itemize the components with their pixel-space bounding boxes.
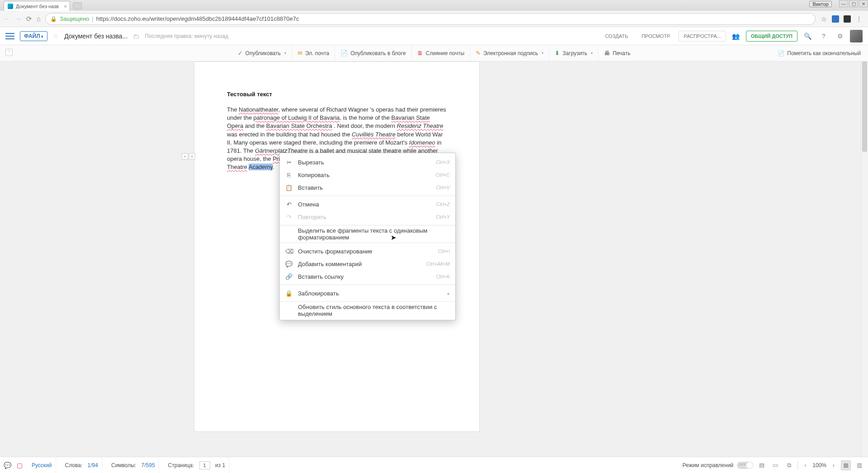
download-icon: ⬇ <box>555 50 560 56</box>
blog-button[interactable]: 📄Опубликовать в блоге <box>335 45 411 61</box>
status-bar: 💬 ▢ Русский Слова: 1/94 Символы: 7/595 С… <box>0 457 868 473</box>
file-menu-button[interactable]: ФАЙЛ <box>20 31 47 41</box>
avatar[interactable] <box>850 30 863 42</box>
page-indicator[interactable]: Страница: 1 из 1 <box>165 457 230 473</box>
tab-favicon <box>8 4 13 9</box>
ctx-add-comment[interactable]: 💬Добавить комментарийCtrl+Alt+M <box>280 258 455 270</box>
browser-tab-strip: Документ без назв × Виктор — ▢ ✕ <box>0 0 868 11</box>
scrollbar-thumb[interactable] <box>862 61 867 152</box>
ctx-clear-formatting[interactable]: ⌫Очистить форматированиеCtrl+\ <box>280 245 455 258</box>
ctx-copy[interactable]: ⎘КопироватьCtrl+C <box>280 169 455 181</box>
zoom-out-icon[interactable]: ‹ <box>802 460 809 470</box>
distribute-button[interactable]: РАСПРОСТРА... <box>679 31 726 42</box>
back-icon[interactable]: ← <box>4 15 10 23</box>
add-block-icon[interactable]: + <box>182 153 188 159</box>
char-count[interactable]: Символы: 7/595 <box>108 457 159 473</box>
scissors-icon: ✂ <box>285 159 292 166</box>
sb-page-icon[interactable]: ▭ <box>770 460 780 470</box>
mailmerge-button[interactable]: 🗎Слияние почты <box>412 45 471 61</box>
email-icon: ✉ <box>297 50 302 56</box>
browser-tab[interactable]: Документ без назв × <box>4 1 70 11</box>
copy-icon: ⎘ <box>285 172 292 178</box>
ctx-select-same-formatting[interactable]: Выделить все фрагменты текста с одинаков… <box>280 227 455 241</box>
pen-icon: ✎ <box>476 50 481 56</box>
track-changes-toggle[interactable]: OFF <box>737 462 753 469</box>
paragraph-handles: + ≡ <box>182 153 195 159</box>
home-icon[interactable]: ⌂ <box>37 15 41 23</box>
zoom-in-icon[interactable]: › <box>830 460 837 470</box>
publish-icon: ✓ <box>238 50 243 56</box>
ctx-cut[interactable]: ✂ВырезатьCtrl+X <box>280 156 455 169</box>
view-mode-2-icon[interactable]: ▥ <box>854 460 864 470</box>
mark-final-button[interactable]: 📄 Пометить как окончательный <box>778 50 861 56</box>
forward-icon[interactable]: → <box>15 15 22 23</box>
collab-icon[interactable]: 👥 <box>730 30 742 42</box>
app-bar: ФАЙЛ ☆ Документ без назва... 🗀 Последняя… <box>0 27 868 45</box>
gear-icon[interactable]: ⚙ <box>834 30 846 42</box>
ctx-redo: ↷ПовторятьCtrl+Y <box>280 211 455 223</box>
share-button[interactable]: ОБЩИЙ ДОСТУП <box>746 31 797 42</box>
address-bar: ← → ⟳ ⌂ 🔒 Защищено | https://docs.zoho.e… <box>0 11 868 27</box>
email-button[interactable]: ✉Эл. почта <box>292 45 335 61</box>
download-button[interactable]: ⬇Загрузить▾ <box>549 45 599 61</box>
secondary-toolbar: ˄ ✓Опубликовать▾ ✉Эл. почта 📄Опубликоват… <box>0 45 868 61</box>
collapse-toolbar-icon[interactable]: ˄ <box>5 49 13 56</box>
sb-dual-icon[interactable]: ⧉ <box>784 460 794 470</box>
close-window-icon[interactable]: ✕ <box>859 0 868 7</box>
word-count[interactable]: Слова: 1/94 <box>61 457 102 473</box>
chevron-right-icon: ▸ <box>448 291 450 296</box>
lock-icon: 🔒 <box>285 290 292 297</box>
new-tab-button[interactable] <box>73 2 82 9</box>
spellcheck-icon[interactable]: ▢ <box>17 462 23 469</box>
mark-final-icon: 📄 <box>778 50 784 56</box>
minimize-icon[interactable]: — <box>839 0 848 7</box>
doc-heading[interactable]: Тестовый текст <box>227 91 447 98</box>
ctx-update-style[interactable]: Обновить стиль основного текста в соотве… <box>280 304 455 317</box>
link-icon: 🔗 <box>285 273 292 280</box>
zoom-value[interactable]: 100% <box>812 462 826 468</box>
address-bar-right: ☆ ⋮ <box>820 15 864 23</box>
ctx-lock[interactable]: 🔒Заблокировать▸ <box>280 287 455 300</box>
chat-icon[interactable]: 💬 <box>4 462 11 469</box>
tab-close-icon[interactable]: × <box>64 1 67 11</box>
ctx-paste[interactable]: 📋ВставитьCtrl+V <box>280 181 455 194</box>
print-button[interactable]: 🖶Печать <box>599 45 636 61</box>
language-selector[interactable]: Русский <box>28 457 56 473</box>
tab-title: Документ без назв <box>16 1 59 11</box>
nav-buttons: ← → ⟳ ⌂ <box>4 15 41 23</box>
url-box[interactable]: 🔒 Защищено | https://docs.zoho.eu/writer… <box>45 13 816 25</box>
folder-icon[interactable]: 🗀 <box>133 33 139 40</box>
vertical-scrollbar[interactable] <box>861 61 868 457</box>
document-title[interactable]: Документ без назва... <box>64 33 127 40</box>
eraser-icon: ⌫ <box>285 248 292 255</box>
page-input[interactable]: 1 <box>199 461 210 469</box>
bookmark-star-icon[interactable]: ☆ <box>820 15 827 23</box>
help-icon[interactable]: ? <box>817 30 830 42</box>
hamburger-menu-icon[interactable] <box>5 33 14 39</box>
ctx-undo[interactable]: ↶ОтменаCtrl+Z <box>280 198 455 211</box>
context-menu: ✂ВырезатьCtrl+X ⎘КопироватьCtrl+C 📋Встав… <box>279 153 456 320</box>
print-icon: 🖶 <box>604 50 610 56</box>
browser-profile-chip[interactable]: Виктор <box>809 1 832 7</box>
favorite-star-icon[interactable]: ☆ <box>53 33 59 40</box>
publish-button[interactable]: ✓Опубликовать▾ <box>232 45 292 61</box>
maximize-icon[interactable]: ▢ <box>849 0 858 7</box>
extension-icon-2[interactable] <box>844 15 851 23</box>
window-controls: — ▢ ✕ <box>838 0 868 7</box>
browser-menu-icon[interactable]: ⋮ <box>855 15 863 23</box>
esign-button[interactable]: ✎Электронная подпись▾ <box>470 45 549 61</box>
search-icon[interactable]: 🔍 <box>801 30 814 42</box>
view-mode-1-icon[interactable]: ▦ <box>841 460 851 470</box>
block-menu-icon[interactable]: ≡ <box>189 153 195 159</box>
blog-icon: 📄 <box>340 50 348 56</box>
extension-icon-1[interactable] <box>832 15 839 23</box>
ctx-insert-link[interactable]: 🔗Вставить ссылкуCtrl+K <box>280 270 455 283</box>
reload-icon[interactable]: ⟳ <box>26 15 32 23</box>
preview-button[interactable]: ПРОСМОТР <box>637 31 675 42</box>
url-separator: | <box>92 15 93 22</box>
create-button[interactable]: СОЗДАТЬ <box>600 31 633 42</box>
sb-list-icon[interactable]: ▤ <box>757 460 767 470</box>
undo-icon: ↶ <box>285 201 292 208</box>
comment-icon: 💬 <box>285 261 292 267</box>
secure-label: Защищено <box>60 15 89 22</box>
